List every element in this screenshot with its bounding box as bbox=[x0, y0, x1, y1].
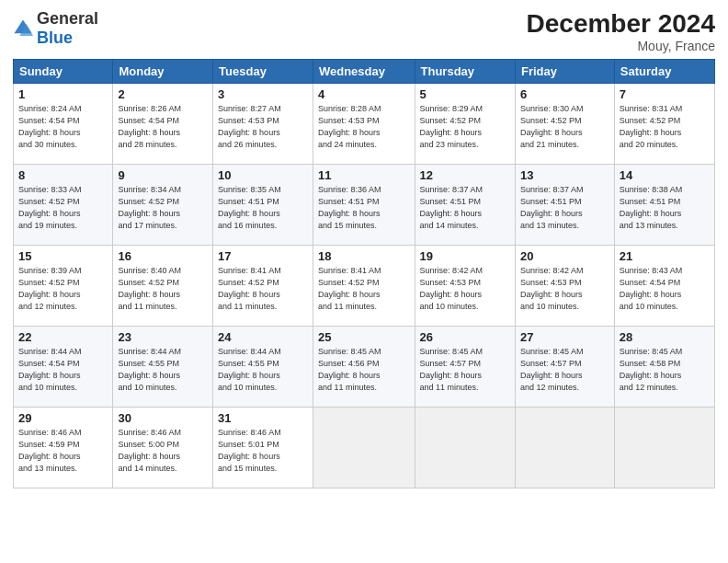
calendar-cell: 30Sunrise: 8:46 AM Sunset: 5:00 PM Dayli… bbox=[113, 408, 213, 488]
day-info: Sunrise: 8:45 AM Sunset: 4:57 PM Dayligh… bbox=[520, 346, 609, 394]
day-number: 1 bbox=[18, 87, 108, 101]
day-info: Sunrise: 8:35 AM Sunset: 4:51 PM Dayligh… bbox=[218, 184, 308, 232]
day-number: 30 bbox=[118, 411, 208, 425]
calendar-cell: 15Sunrise: 8:39 AM Sunset: 4:52 PM Dayli… bbox=[14, 246, 113, 327]
day-number: 25 bbox=[318, 330, 410, 344]
day-info: Sunrise: 8:28 AM Sunset: 4:53 PM Dayligh… bbox=[318, 103, 410, 151]
calendar-cell: 23Sunrise: 8:44 AM Sunset: 4:55 PM Dayli… bbox=[113, 327, 213, 408]
calendar-cell: 28Sunrise: 8:45 AM Sunset: 4:58 PM Dayli… bbox=[614, 327, 714, 408]
calendar-cell: 12Sunrise: 8:37 AM Sunset: 4:51 PM Dayli… bbox=[415, 165, 515, 246]
day-info: Sunrise: 8:31 AM Sunset: 4:52 PM Dayligh… bbox=[620, 103, 710, 151]
calendar-cell: 31Sunrise: 8:46 AM Sunset: 5:01 PM Dayli… bbox=[213, 408, 313, 488]
logo-text: General Blue bbox=[37, 9, 98, 48]
day-number: 10 bbox=[218, 168, 308, 182]
day-info: Sunrise: 8:45 AM Sunset: 4:58 PM Dayligh… bbox=[620, 346, 710, 394]
day-number: 13 bbox=[520, 168, 609, 182]
logo-icon bbox=[13, 18, 33, 39]
day-info: Sunrise: 8:27 AM Sunset: 4:53 PM Dayligh… bbox=[218, 103, 308, 151]
calendar-cell: 8Sunrise: 8:33 AM Sunset: 4:52 PM Daylig… bbox=[14, 165, 113, 246]
day-info: Sunrise: 8:36 AM Sunset: 4:51 PM Dayligh… bbox=[318, 184, 410, 232]
week-row-0: 1Sunrise: 8:24 AM Sunset: 4:54 PM Daylig… bbox=[14, 84, 715, 165]
calendar-cell: 13Sunrise: 8:37 AM Sunset: 4:51 PM Dayli… bbox=[515, 165, 614, 246]
week-row-1: 8Sunrise: 8:33 AM Sunset: 4:52 PM Daylig… bbox=[14, 165, 715, 246]
calendar-cell: 4Sunrise: 8:28 AM Sunset: 4:53 PM Daylig… bbox=[313, 84, 415, 165]
calendar-cell bbox=[415, 408, 515, 488]
day-info: Sunrise: 8:46 AM Sunset: 4:59 PM Dayligh… bbox=[18, 427, 108, 475]
day-info: Sunrise: 8:44 AM Sunset: 4:55 PM Dayligh… bbox=[118, 346, 208, 394]
day-info: Sunrise: 8:42 AM Sunset: 4:53 PM Dayligh… bbox=[420, 265, 510, 313]
day-info: Sunrise: 8:24 AM Sunset: 4:54 PM Dayligh… bbox=[18, 103, 108, 151]
week-row-3: 22Sunrise: 8:44 AM Sunset: 4:54 PM Dayli… bbox=[14, 327, 715, 408]
page: General Blue December 2024 Mouy, France … bbox=[0, 0, 728, 563]
calendar-cell: 16Sunrise: 8:40 AM Sunset: 4:52 PM Dayli… bbox=[113, 246, 213, 327]
day-info: Sunrise: 8:26 AM Sunset: 4:54 PM Dayligh… bbox=[118, 103, 208, 151]
day-number: 4 bbox=[318, 87, 410, 101]
calendar-cell: 25Sunrise: 8:45 AM Sunset: 4:56 PM Dayli… bbox=[313, 327, 415, 408]
day-number: 6 bbox=[520, 87, 609, 101]
day-info: Sunrise: 8:39 AM Sunset: 4:52 PM Dayligh… bbox=[18, 265, 108, 313]
day-number: 15 bbox=[18, 249, 108, 263]
day-number: 11 bbox=[318, 168, 410, 182]
day-number: 5 bbox=[420, 87, 510, 101]
calendar-cell: 3Sunrise: 8:27 AM Sunset: 4:53 PM Daylig… bbox=[213, 84, 313, 165]
day-number: 23 bbox=[118, 330, 208, 344]
calendar-table: Sunday Monday Tuesday Wednesday Thursday… bbox=[13, 59, 715, 488]
logo-blue: Blue bbox=[37, 29, 73, 47]
subtitle: Mouy, France bbox=[527, 39, 715, 53]
calendar-cell: 26Sunrise: 8:45 AM Sunset: 4:57 PM Dayli… bbox=[415, 327, 515, 408]
day-number: 20 bbox=[520, 249, 609, 263]
calendar-cell: 9Sunrise: 8:34 AM Sunset: 4:52 PM Daylig… bbox=[113, 165, 213, 246]
day-info: Sunrise: 8:44 AM Sunset: 4:54 PM Dayligh… bbox=[18, 346, 108, 394]
day-info: Sunrise: 8:29 AM Sunset: 4:52 PM Dayligh… bbox=[420, 103, 510, 151]
header-wednesday: Wednesday bbox=[313, 60, 415, 84]
calendar-cell: 10Sunrise: 8:35 AM Sunset: 4:51 PM Dayli… bbox=[213, 165, 313, 246]
day-number: 17 bbox=[218, 249, 308, 263]
day-number: 28 bbox=[620, 330, 710, 344]
day-info: Sunrise: 8:46 AM Sunset: 5:00 PM Dayligh… bbox=[118, 427, 208, 475]
day-info: Sunrise: 8:44 AM Sunset: 4:55 PM Dayligh… bbox=[218, 346, 308, 394]
header-monday: Monday bbox=[113, 60, 213, 84]
week-row-2: 15Sunrise: 8:39 AM Sunset: 4:52 PM Dayli… bbox=[14, 246, 715, 327]
day-info: Sunrise: 8:42 AM Sunset: 4:53 PM Dayligh… bbox=[520, 265, 609, 313]
header-tuesday: Tuesday bbox=[213, 60, 313, 84]
header: General Blue December 2024 Mouy, France bbox=[13, 9, 715, 53]
calendar-cell bbox=[614, 408, 714, 488]
calendar-cell: 6Sunrise: 8:30 AM Sunset: 4:52 PM Daylig… bbox=[515, 84, 614, 165]
header-sunday: Sunday bbox=[14, 60, 113, 84]
title-block: December 2024 Mouy, France bbox=[527, 9, 715, 53]
day-info: Sunrise: 8:41 AM Sunset: 4:52 PM Dayligh… bbox=[318, 265, 410, 313]
calendar-cell: 21Sunrise: 8:43 AM Sunset: 4:54 PM Dayli… bbox=[614, 246, 714, 327]
calendar-cell: 17Sunrise: 8:41 AM Sunset: 4:52 PM Dayli… bbox=[213, 246, 313, 327]
calendar-cell: 22Sunrise: 8:44 AM Sunset: 4:54 PM Dayli… bbox=[14, 327, 113, 408]
day-info: Sunrise: 8:30 AM Sunset: 4:52 PM Dayligh… bbox=[520, 103, 609, 151]
header-friday: Friday bbox=[515, 60, 614, 84]
calendar-cell: 11Sunrise: 8:36 AM Sunset: 4:51 PM Dayli… bbox=[313, 165, 415, 246]
calendar-cell: 5Sunrise: 8:29 AM Sunset: 4:52 PM Daylig… bbox=[415, 84, 515, 165]
day-info: Sunrise: 8:40 AM Sunset: 4:52 PM Dayligh… bbox=[118, 265, 208, 313]
day-info: Sunrise: 8:34 AM Sunset: 4:52 PM Dayligh… bbox=[118, 184, 208, 232]
day-number: 3 bbox=[218, 87, 308, 101]
day-number: 22 bbox=[18, 330, 108, 344]
day-info: Sunrise: 8:41 AM Sunset: 4:52 PM Dayligh… bbox=[218, 265, 308, 313]
calendar-cell: 24Sunrise: 8:44 AM Sunset: 4:55 PM Dayli… bbox=[213, 327, 313, 408]
calendar-cell bbox=[515, 408, 614, 488]
day-number: 21 bbox=[620, 249, 710, 263]
day-number: 2 bbox=[118, 87, 208, 101]
day-number: 7 bbox=[620, 87, 710, 101]
logo-general: General bbox=[37, 9, 98, 28]
day-info: Sunrise: 8:45 AM Sunset: 4:57 PM Dayligh… bbox=[420, 346, 510, 394]
header-saturday: Saturday bbox=[614, 60, 714, 84]
day-number: 31 bbox=[218, 411, 308, 425]
day-info: Sunrise: 8:33 AM Sunset: 4:52 PM Dayligh… bbox=[18, 184, 108, 232]
calendar-cell: 2Sunrise: 8:26 AM Sunset: 4:54 PM Daylig… bbox=[113, 84, 213, 165]
calendar-cell: 27Sunrise: 8:45 AM Sunset: 4:57 PM Dayli… bbox=[515, 327, 614, 408]
day-info: Sunrise: 8:46 AM Sunset: 5:01 PM Dayligh… bbox=[218, 427, 308, 475]
day-number: 29 bbox=[18, 411, 108, 425]
day-number: 18 bbox=[318, 249, 410, 263]
calendar-cell: 20Sunrise: 8:42 AM Sunset: 4:53 PM Dayli… bbox=[515, 246, 614, 327]
day-number: 19 bbox=[420, 249, 510, 263]
day-number: 26 bbox=[420, 330, 510, 344]
calendar-cell: 29Sunrise: 8:46 AM Sunset: 4:59 PM Dayli… bbox=[14, 408, 113, 488]
calendar-cell: 18Sunrise: 8:41 AM Sunset: 4:52 PM Dayli… bbox=[313, 246, 415, 327]
day-number: 9 bbox=[118, 168, 208, 182]
